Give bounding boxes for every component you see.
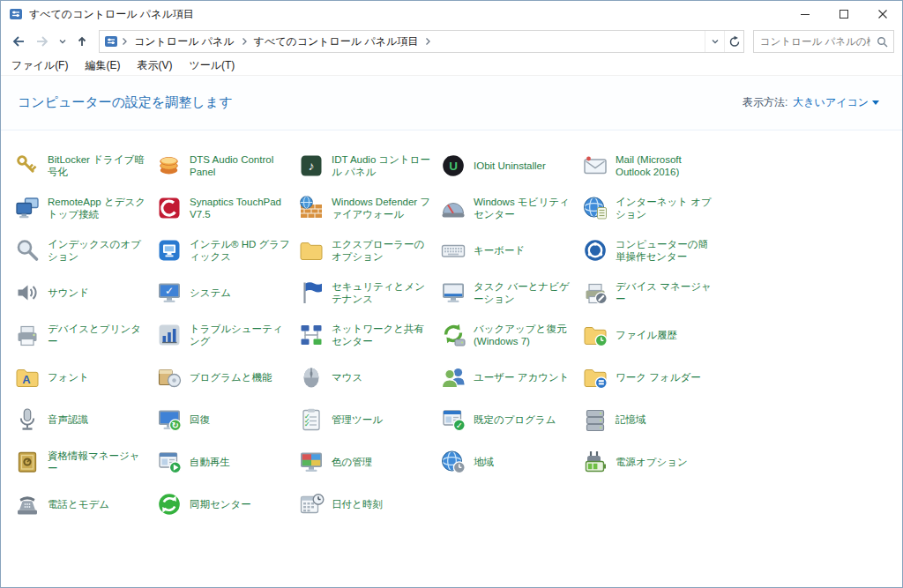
svg-text:↻: ↻ (172, 421, 179, 430)
cpl-item-sound[interactable]: サウンド (14, 272, 156, 314)
address-bar[interactable]: コントロール パネル すべてのコントロール パネル項目 (99, 30, 744, 53)
forward-button[interactable] (33, 34, 52, 48)
cpl-item-sync-center[interactable]: 同期センター (156, 483, 298, 525)
view-by-dropdown[interactable]: 大きいアイコン (793, 95, 879, 110)
cpl-item-ease-of-access[interactable]: コンピューターの簡単操作センター (582, 229, 724, 272)
item-label: ユーザー アカウント (474, 371, 570, 383)
svg-text:✓: ✓ (165, 285, 174, 297)
cpl-item-dts-audio[interactable]: DTS Audio Control Panel (156, 145, 298, 187)
cpl-item-power-options[interactable]: 電源オプション (582, 441, 724, 483)
cpl-item-intel-hd-graphics[interactable]: インテル® HD グラフィックス (156, 229, 298, 272)
mail-icon (582, 153, 608, 179)
cpl-item-keyboard[interactable]: キーボード (440, 229, 582, 272)
item-label: タスク バーとナビゲーション (474, 280, 575, 306)
cpl-item-recovery[interactable]: ↻回復 (156, 398, 298, 441)
cpl-item-date-time[interactable]: 日付と時刻 (298, 483, 440, 525)
sync-arrows-icon (156, 491, 183, 517)
cpl-item-fonts[interactable]: Aフォント (14, 356, 156, 398)
microphone-icon (14, 406, 41, 433)
cpl-item-iobit-uninstaller[interactable]: UIObit Uninstaller (440, 145, 582, 187)
cpl-item-network-sharing[interactable]: ネットワークと共有センター (298, 314, 440, 356)
cpl-item-mouse[interactable]: マウス (298, 356, 440, 398)
cpl-item-user-accounts[interactable]: ユーザー アカウント (440, 356, 582, 398)
cpl-item-explorer-options[interactable]: エクスプローラーのオプション (298, 229, 440, 272)
network-nodes-icon (298, 322, 325, 348)
item-label: IObit Uninstaller (474, 160, 546, 172)
cpl-item-mobility-center[interactable]: Windows モビリティ センター (440, 187, 582, 229)
view-by-label: 表示方法: (743, 95, 787, 110)
close-button[interactable] (863, 1, 902, 27)
cd-stack-icon (156, 153, 183, 179)
menu-view[interactable]: 表示(V) (135, 56, 174, 75)
folder-clock-icon (582, 322, 608, 348)
cpl-item-system[interactable]: ✓システム (156, 272, 298, 314)
item-label: Synaptics TouchPad V7.5 (190, 196, 291, 221)
item-label: デバイスとプリンター (48, 323, 149, 348)
search-input[interactable] (754, 36, 877, 47)
software-box-icon (156, 364, 183, 391)
menu-file[interactable]: ファイル(F) (10, 56, 70, 75)
breadcrumb-segment-control-panel[interactable]: コントロール パネル (131, 33, 238, 51)
cpl-item-color-management[interactable]: 色の管理 (298, 441, 440, 483)
drive-stack-icon (582, 406, 608, 433)
cpl-item-backup-restore[interactable]: バックアップと復元 (Windows 7) (440, 314, 582, 356)
item-label: トラブルシューティング (190, 323, 291, 348)
cpl-item-phone-modem[interactable]: 電話とモデム (14, 483, 156, 525)
window-check-icon: ✓ (440, 406, 466, 433)
cpl-item-bitlocker[interactable]: BitLocker ドライブ暗号化 (14, 145, 156, 187)
cpl-item-programs-features[interactable]: プログラムと機能 (156, 356, 298, 398)
item-label: Windows Defender ファイアウォール (332, 196, 433, 221)
cpl-item-remoteapp[interactable]: RemoteApp とデスクトップ接続 (14, 187, 156, 229)
item-label: インターネット オプション (616, 196, 717, 221)
breadcrumb: コントロール パネル すべてのコントロール パネル項目 (100, 33, 705, 51)
cpl-item-troubleshooting[interactable]: トラブルシューティング (156, 314, 298, 356)
address-dropdown-chevron-icon[interactable] (705, 31, 724, 52)
item-label: 音声認識 (48, 413, 88, 426)
cpl-item-indexing-options[interactable]: インデックスのオプション (14, 229, 156, 272)
monitor-refresh-icon: ↻ (156, 406, 183, 433)
control-panel-icon (104, 34, 118, 48)
item-label: ネットワークと共有センター (332, 323, 433, 348)
cpl-item-idt-audio[interactable]: ♪IDT Audio コントロール パネル (298, 145, 440, 187)
up-button[interactable] (73, 34, 91, 48)
cpl-item-taskbar-navigation[interactable]: タスク バーとナビゲーション (440, 272, 582, 314)
cpl-item-storage[interactable]: 記憶域 (582, 398, 724, 441)
cpl-item-file-history[interactable]: ファイル履歴 (582, 314, 724, 356)
magnifier-icon (14, 237, 41, 264)
svg-text:U: U (449, 160, 458, 173)
cpl-item-synaptics[interactable]: Synaptics TouchPad V7.5 (156, 187, 298, 229)
minimize-button[interactable] (786, 1, 825, 27)
menu-edit[interactable]: 編集(E) (83, 56, 122, 75)
item-label: 記憶域 (616, 413, 646, 426)
page-title: コンピューターの設定を調整します (18, 94, 233, 111)
item-label: 資格情報マネージャー (48, 450, 149, 475)
title-bar: すべてのコントロール パネル項目 (1, 1, 902, 27)
cpl-item-mail[interactable]: Mail (Microsoft Outlook 2016) (582, 145, 724, 187)
globe-clock-icon (440, 449, 466, 475)
cpl-item-credential-manager[interactable]: 資格情報マネージャー (14, 441, 156, 483)
refresh-button[interactable] (724, 31, 743, 52)
cpl-item-security-maintenance[interactable]: セキュリティとメンテナンス (298, 272, 440, 314)
breadcrumb-segment-all-items[interactable]: すべてのコントロール パネル項目 (250, 33, 422, 51)
cpl-item-work-folders[interactable]: ワーク フォルダー (582, 356, 724, 398)
cpl-item-internet-options[interactable]: インターネット オプション (582, 187, 724, 229)
item-label: サウンド (48, 287, 89, 299)
music-note-icon: ♪ (298, 153, 325, 179)
item-label: コンピューターの簡単操作センター (616, 238, 717, 264)
control-panel-icon (9, 7, 23, 21)
cpl-item-devices-printers[interactable]: デバイスとプリンター (14, 314, 156, 356)
cpl-item-default-programs[interactable]: ✓既定のプログラム (440, 398, 582, 441)
cpl-item-admin-tools[interactable]: ✓✓✓管理ツール (298, 398, 440, 441)
cpl-item-speech-recognition[interactable]: 音声認識 (14, 398, 156, 441)
cpl-item-defender-firewall[interactable]: Windows Defender ファイアウォール (298, 187, 440, 229)
back-button[interactable] (9, 34, 28, 48)
menu-tools[interactable]: ツール(T) (187, 56, 236, 75)
cpl-item-autoplay[interactable]: 自動再生 (156, 441, 298, 483)
cpl-item-region[interactable]: 地域 (440, 441, 582, 483)
search-icon[interactable] (877, 36, 888, 48)
cpl-item-device-manager[interactable]: デバイス マネージャー (582, 272, 724, 314)
recent-locations-chevron-icon[interactable] (56, 37, 69, 46)
maximize-button[interactable] (825, 1, 863, 27)
item-label: インテル® HD グラフィックス (190, 238, 291, 264)
navigation-toolbar: コントロール パネル すべてのコントロール パネル項目 (1, 27, 902, 56)
